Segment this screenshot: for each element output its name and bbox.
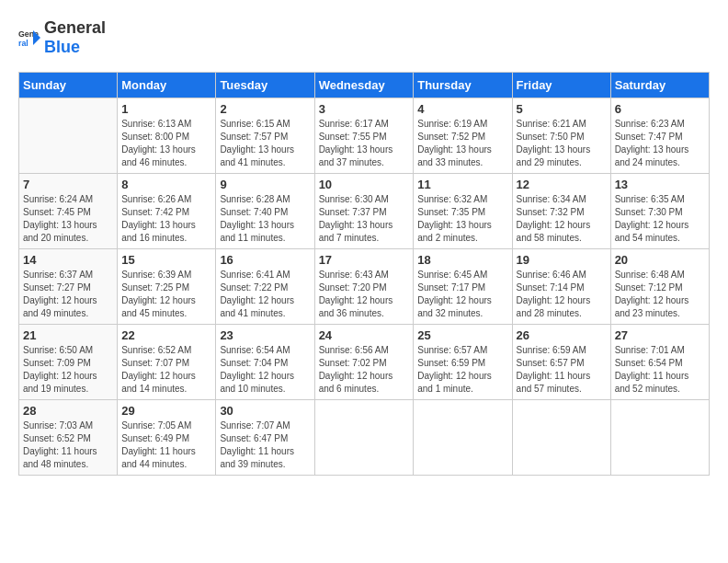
- header-tuesday: Tuesday: [216, 73, 314, 98]
- header-wednesday: Wednesday: [314, 73, 414, 98]
- day-number: 10: [319, 178, 410, 191]
- day-content: Sunrise: 6:52 AMSunset: 7:07 PMDaylight:…: [121, 344, 211, 396]
- page-header: Gene ral General Blue: [18, 18, 710, 57]
- day-number: 17: [319, 253, 410, 267]
- day-content: Sunrise: 6:17 AMSunset: 7:55 PMDaylight:…: [319, 118, 410, 169]
- day-number: 19: [517, 253, 607, 267]
- calendar-cell: 25Sunrise: 6:57 AMSunset: 6:59 PMDayligh…: [414, 325, 512, 400]
- calendar-cell: 21Sunrise: 6:50 AMSunset: 7:09 PMDayligh…: [19, 325, 118, 400]
- calendar-week-1: 1Sunrise: 6:13 AMSunset: 8:00 PMDaylight…: [19, 98, 710, 174]
- day-number: 14: [23, 253, 113, 267]
- calendar-cell: 26Sunrise: 6:59 AMSunset: 6:57 PMDayligh…: [512, 325, 610, 400]
- day-content: Sunrise: 6:39 AMSunset: 7:25 PMDaylight:…: [121, 269, 211, 320]
- calendar-cell: [610, 400, 709, 476]
- calendar-cell: 27Sunrise: 7:01 AMSunset: 6:54 PMDayligh…: [610, 325, 709, 400]
- day-content: Sunrise: 7:05 AMSunset: 6:49 PMDaylight:…: [121, 419, 211, 471]
- day-content: Sunrise: 6:35 AMSunset: 7:30 PMDaylight:…: [615, 193, 705, 245]
- day-content: Sunrise: 6:50 AMSunset: 7:09 PMDaylight:…: [23, 344, 113, 396]
- day-number: 20: [615, 253, 705, 267]
- calendar-body: 1Sunrise: 6:13 AMSunset: 8:00 PMDaylight…: [19, 98, 710, 476]
- logo: Gene ral General Blue: [18, 18, 106, 57]
- day-content: Sunrise: 6:30 AMSunset: 7:37 PMDaylight:…: [319, 193, 410, 245]
- day-content: Sunrise: 6:24 AMSunset: 7:45 PMDaylight:…: [23, 193, 113, 245]
- logo-icon: Gene ral: [18, 27, 40, 49]
- calendar-table: SundayMondayTuesdayWednesdayThursdayFrid…: [18, 72, 710, 476]
- day-number: 12: [517, 178, 607, 191]
- day-number: 30: [220, 404, 310, 418]
- header-friday: Friday: [512, 73, 610, 98]
- day-number: 29: [121, 404, 211, 418]
- calendar-cell: 19Sunrise: 6:46 AMSunset: 7:14 PMDayligh…: [512, 249, 610, 325]
- calendar-cell: 13Sunrise: 6:35 AMSunset: 7:30 PMDayligh…: [610, 174, 709, 249]
- calendar-cell: [19, 98, 118, 174]
- day-number: 22: [121, 328, 211, 342]
- day-number: 3: [319, 102, 410, 116]
- day-number: 8: [121, 178, 211, 191]
- calendar-cell: 18Sunrise: 6:45 AMSunset: 7:17 PMDayligh…: [414, 249, 512, 325]
- logo-text-blue: Blue: [44, 38, 80, 56]
- header-saturday: Saturday: [610, 73, 709, 98]
- day-number: 6: [615, 102, 705, 116]
- day-content: Sunrise: 6:41 AMSunset: 7:22 PMDaylight:…: [220, 269, 310, 320]
- calendar-cell: 11Sunrise: 6:32 AMSunset: 7:35 PMDayligh…: [414, 174, 512, 249]
- day-number: 23: [220, 328, 310, 342]
- day-number: 16: [220, 253, 310, 267]
- calendar-cell: 20Sunrise: 6:48 AMSunset: 7:12 PMDayligh…: [610, 249, 709, 325]
- day-number: 13: [615, 178, 705, 191]
- calendar-cell: 15Sunrise: 6:39 AMSunset: 7:25 PMDayligh…: [118, 249, 216, 325]
- calendar-week-3: 14Sunrise: 6:37 AMSunset: 7:27 PMDayligh…: [19, 249, 710, 325]
- calendar-cell: 17Sunrise: 6:43 AMSunset: 7:20 PMDayligh…: [314, 249, 414, 325]
- calendar-cell: 24Sunrise: 6:56 AMSunset: 7:02 PMDayligh…: [314, 325, 414, 400]
- day-content: Sunrise: 6:32 AMSunset: 7:35 PMDaylight:…: [417, 193, 507, 245]
- calendar-cell: 7Sunrise: 6:24 AMSunset: 7:45 PMDaylight…: [19, 174, 118, 249]
- day-content: Sunrise: 6:28 AMSunset: 7:40 PMDaylight:…: [220, 193, 310, 245]
- day-content: Sunrise: 6:48 AMSunset: 7:12 PMDaylight:…: [615, 269, 705, 320]
- header-monday: Monday: [118, 73, 216, 98]
- day-content: Sunrise: 6:26 AMSunset: 7:42 PMDaylight:…: [121, 193, 211, 245]
- calendar-cell: [314, 400, 414, 476]
- day-number: 24: [319, 328, 410, 342]
- day-number: 5: [517, 102, 607, 116]
- day-content: Sunrise: 7:03 AMSunset: 6:52 PMDaylight:…: [23, 419, 113, 471]
- day-content: Sunrise: 6:37 AMSunset: 7:27 PMDaylight:…: [23, 269, 113, 320]
- calendar-cell: 29Sunrise: 7:05 AMSunset: 6:49 PMDayligh…: [118, 400, 216, 476]
- calendar-cell: 23Sunrise: 6:54 AMSunset: 7:04 PMDayligh…: [216, 325, 314, 400]
- day-number: 15: [121, 253, 211, 267]
- calendar-cell: 1Sunrise: 6:13 AMSunset: 8:00 PMDaylight…: [118, 98, 216, 174]
- calendar-cell: 6Sunrise: 6:23 AMSunset: 7:47 PMDaylight…: [610, 98, 709, 174]
- day-content: Sunrise: 6:23 AMSunset: 7:47 PMDaylight:…: [615, 118, 705, 169]
- header-thursday: Thursday: [414, 73, 512, 98]
- calendar-cell: 22Sunrise: 6:52 AMSunset: 7:07 PMDayligh…: [118, 325, 216, 400]
- day-content: Sunrise: 6:54 AMSunset: 7:04 PMDaylight:…: [220, 344, 310, 396]
- day-content: Sunrise: 6:46 AMSunset: 7:14 PMDaylight:…: [517, 269, 607, 320]
- day-content: Sunrise: 6:34 AMSunset: 7:32 PMDaylight:…: [517, 193, 607, 245]
- day-content: Sunrise: 6:15 AMSunset: 7:57 PMDaylight:…: [220, 118, 310, 169]
- calendar-cell: 14Sunrise: 6:37 AMSunset: 7:27 PMDayligh…: [19, 249, 118, 325]
- day-content: Sunrise: 6:21 AMSunset: 7:50 PMDaylight:…: [517, 118, 607, 169]
- day-number: 2: [220, 102, 310, 116]
- svg-text:ral: ral: [18, 39, 28, 48]
- day-content: Sunrise: 6:43 AMSunset: 7:20 PMDaylight:…: [319, 269, 410, 320]
- day-number: 28: [23, 404, 113, 418]
- calendar-cell: 8Sunrise: 6:26 AMSunset: 7:42 PMDaylight…: [118, 174, 216, 249]
- day-number: 26: [517, 328, 607, 342]
- day-number: 21: [23, 328, 113, 342]
- calendar-cell: 2Sunrise: 6:15 AMSunset: 7:57 PMDaylight…: [216, 98, 314, 174]
- day-number: 9: [220, 178, 310, 191]
- day-number: 18: [417, 253, 507, 267]
- calendar-week-4: 21Sunrise: 6:50 AMSunset: 7:09 PMDayligh…: [19, 325, 710, 400]
- day-number: 25: [417, 328, 507, 342]
- calendar-week-5: 28Sunrise: 7:03 AMSunset: 6:52 PMDayligh…: [19, 400, 710, 476]
- calendar-cell: 10Sunrise: 6:30 AMSunset: 7:37 PMDayligh…: [314, 174, 414, 249]
- calendar-cell: 28Sunrise: 7:03 AMSunset: 6:52 PMDayligh…: [19, 400, 118, 476]
- day-content: Sunrise: 6:59 AMSunset: 6:57 PMDaylight:…: [517, 344, 607, 396]
- calendar-cell: 9Sunrise: 6:28 AMSunset: 7:40 PMDaylight…: [216, 174, 314, 249]
- day-content: Sunrise: 7:07 AMSunset: 6:47 PMDaylight:…: [220, 419, 310, 471]
- calendar-cell: 3Sunrise: 6:17 AMSunset: 7:55 PMDaylight…: [314, 98, 414, 174]
- day-content: Sunrise: 6:19 AMSunset: 7:52 PMDaylight:…: [417, 118, 507, 169]
- calendar-cell: 4Sunrise: 6:19 AMSunset: 7:52 PMDaylight…: [414, 98, 512, 174]
- day-number: 4: [417, 102, 507, 116]
- calendar-cell: 16Sunrise: 6:41 AMSunset: 7:22 PMDayligh…: [216, 249, 314, 325]
- day-content: Sunrise: 6:13 AMSunset: 8:00 PMDaylight:…: [121, 118, 211, 169]
- day-content: Sunrise: 6:45 AMSunset: 7:17 PMDaylight:…: [417, 269, 507, 320]
